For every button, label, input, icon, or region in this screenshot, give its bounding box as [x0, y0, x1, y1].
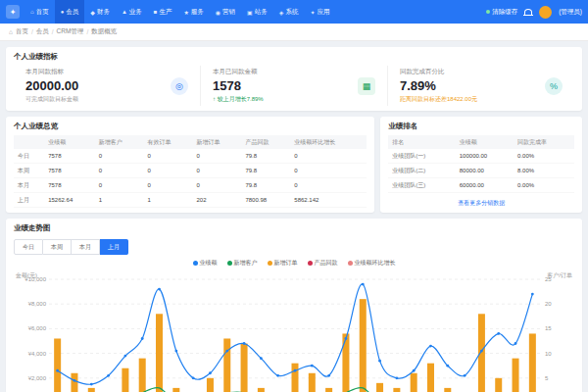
nav-item-marketing[interactable]: ◉营销	[210, 0, 241, 24]
legend-item[interactable]: 业绩额环比增长	[348, 259, 396, 268]
member-icon: ●	[61, 9, 65, 15]
svg-text:¥4,000: ¥4,000	[28, 351, 47, 357]
legend-dot-icon	[193, 261, 198, 266]
legend-item[interactable]: 产品回款	[308, 259, 338, 268]
table-row: 本月 7578 0 0 0 79.8 0	[14, 178, 367, 193]
top-navbar: ✦ ⌂首页 ●会员 ◆财务 ▲业务 ■生产 ★服务 ◉营销 ▣站务 ◈系统 ✦应…	[0, 0, 588, 24]
svg-text:¥8,000: ¥8,000	[28, 301, 47, 307]
target-icon: ◎	[171, 77, 188, 95]
rank-row: 业绩团队(二) 80000.00 8.00%	[388, 164, 574, 178]
overview-title: 个人业绩总览	[14, 122, 367, 131]
performance-rank-card: 业绩排名 排名 业绩额 回款完成率 业绩团队(一) 100000.00 0.00…	[380, 117, 582, 213]
navbar-right: 清除缓存 (管理员)	[486, 6, 582, 19]
nav-item-site[interactable]: ▣站务	[241, 0, 273, 24]
rank-title: 业绩排名	[388, 122, 574, 131]
stat-value-rate: 7.89%	[400, 78, 477, 93]
svg-text:20: 20	[545, 301, 552, 307]
home-icon: ⌂	[30, 9, 34, 15]
svg-text:¥6,000: ¥6,000	[28, 325, 47, 331]
main-menu: ⌂首页 ●会员 ◆财务 ▲业务 ■生产 ★服务 ◉营销 ▣站务 ◈系统 ✦应用	[24, 0, 335, 24]
svg-text:¥2,000: ¥2,000	[28, 375, 47, 381]
trend-period-tabs: 今日 本周 本月 上月	[14, 239, 574, 255]
stat-value-target: 20000.00	[25, 78, 78, 93]
svg-text:10: 10	[545, 351, 552, 357]
nav-item-business[interactable]: ▲业务	[116, 0, 148, 24]
breadcrumb-item-member[interactable]: 会员	[36, 27, 49, 36]
cache-status-dot	[486, 10, 490, 14]
system-icon: ◈	[279, 9, 284, 16]
nav-item-service[interactable]: ★服务	[177, 0, 209, 24]
nav-item-production[interactable]: ■生产	[148, 0, 178, 24]
page-content: 个人业绩指标 本月回款指标 20000.00 可完成回款目标金额 ◎ 本月已回款…	[0, 41, 588, 392]
trend-chart-svg: ¥0¥2,000¥4,000¥6,000¥8,000¥10,0000510152…	[14, 270, 574, 392]
legend-item[interactable]: 新增客户	[227, 259, 258, 268]
legend-item[interactable]: 新增订单	[268, 259, 298, 268]
stat-monthly-target: 本月回款指标 20000.00 可完成回款目标金额 ◎	[14, 66, 201, 106]
legend-dot-icon	[227, 261, 232, 266]
nav-item-apps[interactable]: ✦应用	[304, 0, 335, 24]
middle-row: 个人业绩总览 业绩额 新增客户 有效订单 新增订单 产品回款 业绩额环比增长	[6, 117, 582, 213]
stat-monthly-received: 本月已回款金额 1578 ↑ 较上月增长7.89% ▦	[201, 66, 388, 106]
tab-this-month[interactable]: 本月	[72, 239, 100, 255]
kpi-stats-row: 本月回款指标 20000.00 可完成回款目标金额 ◎ 本月已回款金额 1578…	[14, 66, 574, 106]
svg-text:15: 15	[545, 325, 552, 331]
nav-item-member[interactable]: ●会员	[55, 0, 85, 24]
user-avatar[interactable]	[539, 6, 552, 19]
trend-title: 业绩走势图	[14, 223, 574, 233]
site-icon: ▣	[247, 9, 253, 16]
svg-text:客户/订单: 客户/订单	[547, 271, 572, 279]
rank-table: 排名 业绩额 回款完成率 业绩团队(一) 100000.00 0.00% 业绩团…	[388, 135, 574, 193]
kpi-section-title: 个人业绩指标	[14, 52, 574, 62]
app-logo-glyph: ✦	[10, 8, 17, 17]
legend-dot-icon	[268, 261, 272, 266]
app-logo: ✦	[6, 5, 20, 19]
table-row: 今日 7578 0 0 0 79.8 0	[14, 149, 367, 164]
rank-header-row: 排名 业绩额 回款完成率	[388, 135, 574, 149]
view-more-link[interactable]: 查看更多分销数据	[388, 195, 574, 208]
notification-bell-icon[interactable]	[524, 9, 532, 16]
rank-row: 业绩团队(三) 60000.00 0.00%	[388, 178, 574, 193]
nav-item-home[interactable]: ⌂首页	[24, 0, 55, 24]
overview-table: 业绩额 新增客户 有效订单 新增订单 产品回款 业绩额环比增长 今日 7578 …	[14, 135, 367, 208]
percent-icon: %	[545, 77, 563, 95]
legend-dot-icon	[348, 261, 353, 266]
chart-icon: ▦	[358, 77, 375, 95]
marketing-icon: ◉	[216, 9, 220, 16]
table-row: 本周 7578 0 0 0 79.8 0	[14, 164, 367, 178]
tab-this-week[interactable]: 本周	[43, 239, 72, 255]
username[interactable]: (管理员)	[559, 8, 582, 17]
service-icon: ★	[183, 9, 188, 16]
trend-chart-card: 业绩走势图 今日 本周 本月 上月 业绩额新增客户新增订单产品回款业绩额环比增长…	[6, 219, 582, 392]
tab-today[interactable]: 今日	[14, 239, 43, 255]
rank-row: 业绩团队(一) 100000.00 0.00%	[388, 149, 574, 164]
breadcrumb-item-crm[interactable]: CRM管理	[57, 27, 84, 36]
clear-cache-button[interactable]: 清除缓存	[486, 8, 517, 17]
breadcrumb-item-overview[interactable]: 数据概览	[91, 27, 117, 36]
tab-last-month[interactable]: 上月	[100, 239, 128, 255]
stat-completion-rate: 回款完成百分比 7.89% 距离回款目标还差18422.00元 %	[388, 66, 574, 106]
production-icon: ■	[154, 9, 158, 15]
overview-header-row: 业绩额 新增客户 有效订单 新增订单 产品回款 业绩额环比增长	[14, 135, 367, 149]
legend-dot-icon	[308, 261, 313, 266]
business-icon: ▲	[122, 9, 127, 15]
performance-overview-card: 个人业绩总览 业绩额 新增客户 有效订单 新增订单 产品回款 业绩额环比增长	[6, 117, 374, 213]
nav-item-system[interactable]: ◈系统	[273, 0, 305, 24]
breadcrumb-item-home[interactable]: 首页	[16, 27, 28, 36]
breadcrumb: ⌂ 首页 / 会员 / CRM管理 / 数据概览	[0, 24, 588, 41]
stat-value-received: 1578	[213, 78, 264, 93]
svg-text:5: 5	[545, 375, 549, 381]
nav-item-finance[interactable]: ◆财务	[84, 0, 116, 24]
apps-icon: ✦	[310, 9, 315, 16]
chart-legend: 业绩额新增客户新增订单产品回款业绩额环比增长	[14, 259, 574, 268]
finance-icon: ◆	[90, 9, 95, 16]
table-row: 上月 15262.64 1 1 202 7800.98 5862.142	[14, 193, 367, 208]
legend-item[interactable]: 业绩额	[193, 259, 218, 268]
svg-text:金额(元): 金额(元)	[15, 271, 37, 278]
breadcrumb-home-icon: ⌂	[9, 28, 13, 35]
kpi-card: 个人业绩指标 本月回款指标 20000.00 可完成回款目标金额 ◎ 本月已回款…	[6, 47, 582, 111]
